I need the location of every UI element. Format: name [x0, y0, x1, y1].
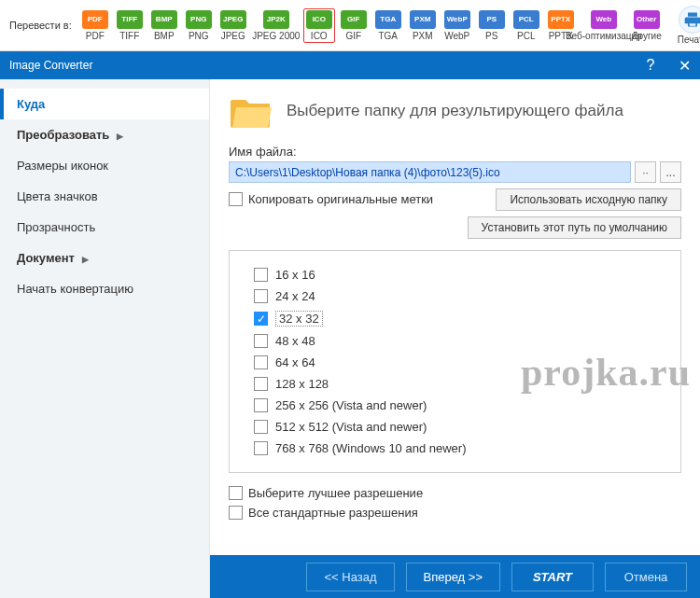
format-label: TGA — [378, 31, 398, 41]
format-jpeg[interactable]: JPEGJPEG — [217, 8, 249, 43]
help-icon[interactable]: ? — [642, 57, 659, 74]
format-badge-icon: TGA — [375, 10, 401, 29]
format-pxm[interactable]: PXMPXM — [407, 8, 439, 43]
format-label: PXM — [413, 31, 433, 41]
filename-input[interactable] — [229, 161, 631, 183]
format-bmp[interactable]: BMPBMP — [148, 8, 180, 43]
best-resolution-row[interactable]: Выберите лучшее разрешение — [229, 486, 681, 500]
format-label: WebP — [444, 31, 469, 41]
size-checkbox[interactable] — [254, 268, 268, 282]
format-badge-icon: PCL — [513, 10, 539, 29]
print-button[interactable]: Печать — [678, 6, 700, 45]
chevron-right-icon — [115, 128, 123, 142]
size-option-128[interactable]: 128 x 128 — [254, 373, 656, 395]
all-standard-label: Все стандартные разрешения — [248, 506, 418, 520]
set-default-path-button[interactable]: Установить этот путь по умолчанию — [468, 216, 681, 239]
size-label: 64 x 64 — [275, 355, 315, 369]
format-gif[interactable]: GIFGIF — [338, 8, 370, 43]
sidebar-item-куда[interactable]: Куда — [0, 89, 209, 119]
all-standard-checkbox[interactable] — [229, 506, 243, 520]
sidebar-item-преобразовать[interactable]: Преобразовать — [0, 119, 209, 150]
page-title: Выберите папку для результирующего файла — [287, 102, 623, 120]
format-другие[interactable]: OtherДругие — [631, 8, 663, 43]
sidebar-item-документ[interactable]: Документ — [0, 243, 209, 273]
format-list: PDFPDFTIFFTIFFBMPBMPPNGPNGJPEGJPEGJP2KJP… — [79, 8, 663, 43]
path-browse-button[interactable]: ... — [660, 161, 681, 183]
format-label: PNG — [189, 31, 209, 41]
format-badge-icon: WebP — [444, 10, 470, 29]
size-option-256[interactable]: 256 x 256 (Vista and newer) — [254, 395, 656, 416]
best-resolution-checkbox[interactable] — [229, 486, 243, 500]
format-ico[interactable]: ICOICO — [303, 8, 335, 43]
size-checkbox[interactable] — [254, 334, 268, 348]
size-option-48[interactable]: 48 x 48 — [254, 330, 656, 352]
format-pdf[interactable]: PDFPDF — [79, 8, 111, 43]
toolbar-label: Перевести в: — [9, 20, 72, 31]
copy-tags-checkbox[interactable] — [229, 192, 243, 206]
format-label: JPEG — [221, 31, 245, 41]
format-badge-icon: PS — [479, 10, 505, 29]
path-clear-button[interactable]: ·· — [635, 161, 656, 183]
size-option-64[interactable]: 64 x 64 — [254, 352, 656, 373]
sidebar: КудаПреобразоватьРазмеры иконокЦвета зна… — [0, 79, 210, 598]
size-checkbox[interactable] — [254, 312, 268, 326]
content: Выберите папку для результирующего файла… — [210, 79, 700, 598]
use-source-folder-button[interactable]: Использовать исходную папку — [496, 188, 681, 211]
size-label: 48 x 48 — [275, 334, 315, 348]
format-ps[interactable]: PSPS — [476, 8, 508, 43]
copy-tags-row[interactable]: Копировать оригинальные метки — [229, 192, 433, 206]
sidebar-item-label: Размеры иконок — [17, 159, 108, 173]
button-bar: << Назад Вперед >> START Отмена — [210, 555, 700, 598]
size-checkbox[interactable] — [254, 355, 268, 369]
sidebar-item-прозрачность[interactable]: Прозрачность — [0, 212, 209, 243]
format-tiff[interactable]: TIFFTIFF — [114, 8, 146, 43]
format-label: PS — [485, 31, 497, 41]
size-option-768[interactable]: 768 x 768 (Windows 10 and newer) — [254, 438, 656, 459]
filename-row: ·· ... — [229, 161, 681, 183]
size-option-512[interactable]: 512 x 512 (Vista and newer) — [254, 416, 656, 438]
sidebar-item-размеры-иконок[interactable]: Размеры иконок — [0, 150, 209, 181]
cancel-button[interactable]: Отмена — [605, 563, 687, 591]
format-badge-icon: GIF — [341, 10, 367, 29]
print-label: Печать — [678, 35, 700, 45]
format-pcl[interactable]: PCLPCL — [511, 8, 542, 43]
back-button[interactable]: << Назад — [306, 563, 394, 591]
format-badge-icon: ICO — [306, 10, 332, 29]
close-icon[interactable]: ✕ — [676, 57, 693, 74]
size-label: 16 x 16 — [275, 268, 315, 282]
size-option-16[interactable]: 16 x 16 — [254, 264, 656, 285]
size-checkbox[interactable] — [254, 377, 268, 391]
size-option-32[interactable]: 32 x 32 — [254, 307, 656, 330]
format-toolbar: Перевести в: PDFPDFTIFFTIFFBMPBMPPNGPNGJ… — [0, 0, 700, 51]
size-option-24[interactable]: 24 x 24 — [254, 285, 656, 307]
format-badge-icon: PDF — [82, 10, 108, 29]
size-label: 256 x 256 (Vista and newer) — [275, 398, 427, 412]
folder-icon — [229, 90, 273, 132]
size-checkbox[interactable] — [254, 289, 268, 303]
window-title: Image Converter — [9, 59, 92, 72]
titlebar: Image Converter ? ✕ — [0, 51, 700, 79]
size-label: 24 x 24 — [275, 289, 315, 303]
format-jpeg-2000[interactable]: JP2KJPEG 2000 — [252, 8, 301, 43]
all-standard-row[interactable]: Все стандартные разрешения — [229, 506, 681, 520]
format-badge-icon: PXM — [410, 10, 436, 29]
format-webp[interactable]: WebPWebP — [441, 8, 473, 43]
format-badge-icon: Other — [634, 10, 660, 29]
size-checkbox[interactable] — [254, 420, 268, 434]
size-label: 768 x 768 (Windows 10 and newer) — [275, 441, 467, 455]
format-badge-icon: TIFF — [117, 10, 143, 29]
size-label: 128 x 128 — [275, 377, 329, 391]
sidebar-item-начать-конвертацию[interactable]: Начать конвертацию — [0, 273, 209, 304]
format-png[interactable]: PNGPNG — [183, 8, 215, 43]
next-button[interactable]: Вперед >> — [406, 563, 501, 591]
format-веб-оптимизация[interactable]: WebВеб-оптимизация — [580, 8, 628, 43]
sidebar-item-label: Начать конвертацию — [17, 282, 133, 296]
format-badge-icon: PNG — [186, 10, 212, 29]
size-checkbox[interactable] — [254, 441, 268, 455]
sidebar-item-цвета-значков[interactable]: Цвета значков — [0, 181, 209, 212]
start-button[interactable]: START — [511, 563, 594, 591]
format-tga[interactable]: TGATGA — [372, 8, 404, 43]
format-label: BMP — [154, 31, 175, 41]
size-checkbox[interactable] — [254, 398, 268, 412]
sidebar-item-label: Преобразовать — [17, 128, 109, 142]
